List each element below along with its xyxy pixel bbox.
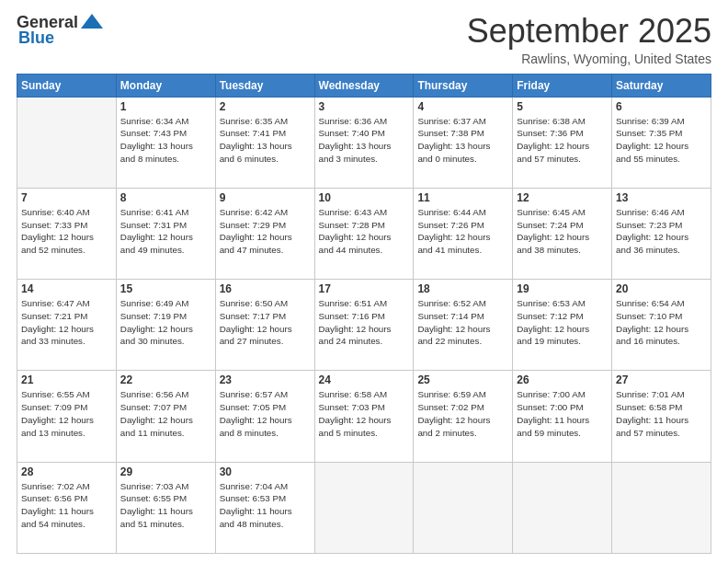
week-row-1: 1Sunrise: 6:34 AMSunset: 7:43 PMDaylight… <box>17 97 711 188</box>
calendar-cell: 20Sunrise: 6:54 AMSunset: 7:10 PMDayligh… <box>612 280 711 371</box>
calendar-cell: 4Sunrise: 6:37 AMSunset: 7:38 PMDaylight… <box>414 97 513 188</box>
calendar-cell: 24Sunrise: 6:58 AMSunset: 7:03 PMDayligh… <box>314 371 414 462</box>
day-number: 26 <box>517 373 608 386</box>
day-info: Sunrise: 6:39 AMSunset: 7:35 PMDaylight:… <box>616 115 707 166</box>
title-block: September 2025 Rawlins, Wyoming, United … <box>467 13 711 66</box>
day-number: 18 <box>417 282 508 295</box>
day-number: 9 <box>220 191 311 204</box>
calendar-cell: 7Sunrise: 6:40 AMSunset: 7:33 PMDaylight… <box>17 188 117 279</box>
day-number: 10 <box>319 191 410 204</box>
day-info: Sunrise: 6:58 AMSunset: 7:03 PMDaylight:… <box>319 388 410 439</box>
day-info: Sunrise: 6:49 AMSunset: 7:19 PMDaylight:… <box>120 297 211 348</box>
calendar-cell <box>17 97 117 188</box>
day-info: Sunrise: 6:47 AMSunset: 7:21 PMDaylight:… <box>21 297 112 348</box>
week-row-5: 28Sunrise: 7:02 AMSunset: 6:56 PMDayligh… <box>17 462 711 553</box>
day-number: 15 <box>120 282 211 295</box>
weekday-header-wednesday: Wednesday <box>314 74 414 97</box>
day-info: Sunrise: 7:04 AMSunset: 6:53 PMDaylight:… <box>220 480 311 531</box>
calendar-cell <box>314 462 414 553</box>
calendar-table: SundayMondayTuesdayWednesdayThursdayFrid… <box>17 74 711 554</box>
day-number: 23 <box>220 373 311 386</box>
calendar-cell: 13Sunrise: 6:46 AMSunset: 7:23 PMDayligh… <box>612 188 711 279</box>
day-info: Sunrise: 6:52 AMSunset: 7:14 PMDaylight:… <box>417 297 508 348</box>
day-info: Sunrise: 6:57 AMSunset: 7:05 PMDaylight:… <box>220 388 311 439</box>
day-info: Sunrise: 7:01 AMSunset: 6:58 PMDaylight:… <box>616 388 707 439</box>
day-number: 22 <box>120 373 211 386</box>
month-title: September 2025 <box>467 13 711 50</box>
calendar-cell: 2Sunrise: 6:35 AMSunset: 7:41 PMDaylight… <box>215 97 314 188</box>
day-number: 25 <box>417 373 508 386</box>
day-info: Sunrise: 6:40 AMSunset: 7:33 PMDaylight:… <box>21 206 112 257</box>
day-number: 11 <box>417 191 508 204</box>
svg-marker-0 <box>81 14 103 29</box>
day-info: Sunrise: 7:03 AMSunset: 6:55 PMDaylight:… <box>120 480 211 531</box>
calendar-cell: 27Sunrise: 7:01 AMSunset: 6:58 PMDayligh… <box>612 371 711 462</box>
day-number: 16 <box>220 282 311 295</box>
calendar-cell: 12Sunrise: 6:45 AMSunset: 7:24 PMDayligh… <box>513 188 612 279</box>
calendar-cell: 19Sunrise: 6:53 AMSunset: 7:12 PMDayligh… <box>513 280 612 371</box>
day-number: 2 <box>220 100 311 113</box>
day-number: 20 <box>616 282 707 295</box>
day-number: 21 <box>21 373 112 386</box>
day-number: 13 <box>616 191 707 204</box>
day-info: Sunrise: 6:56 AMSunset: 7:07 PMDaylight:… <box>120 388 211 439</box>
logo-blue: Blue <box>17 29 54 48</box>
day-info: Sunrise: 6:42 AMSunset: 7:29 PMDaylight:… <box>220 206 311 257</box>
calendar-cell: 25Sunrise: 6:59 AMSunset: 7:02 PMDayligh… <box>414 371 513 462</box>
day-number: 3 <box>319 100 410 113</box>
weekday-header-thursday: Thursday <box>414 74 513 97</box>
weekday-header-sunday: Sunday <box>17 74 117 97</box>
page: General Blue September 2025 Rawlins, Wyo… <box>0 0 728 563</box>
weekday-header-row: SundayMondayTuesdayWednesdayThursdayFrid… <box>17 74 711 97</box>
calendar-cell: 15Sunrise: 6:49 AMSunset: 7:19 PMDayligh… <box>116 280 215 371</box>
calendar-cell: 18Sunrise: 6:52 AMSunset: 7:14 PMDayligh… <box>414 280 513 371</box>
weekday-header-friday: Friday <box>513 74 612 97</box>
calendar-cell: 5Sunrise: 6:38 AMSunset: 7:36 PMDaylight… <box>513 97 612 188</box>
calendar-cell: 10Sunrise: 6:43 AMSunset: 7:28 PMDayligh… <box>314 188 414 279</box>
calendar-cell <box>513 462 612 553</box>
logo-icon <box>81 14 103 29</box>
calendar-cell: 3Sunrise: 6:36 AMSunset: 7:40 PMDaylight… <box>314 97 414 188</box>
day-info: Sunrise: 6:41 AMSunset: 7:31 PMDaylight:… <box>120 206 211 257</box>
weekday-header-monday: Monday <box>116 74 215 97</box>
day-info: Sunrise: 6:34 AMSunset: 7:43 PMDaylight:… <box>120 115 211 166</box>
day-info: Sunrise: 6:37 AMSunset: 7:38 PMDaylight:… <box>417 115 508 166</box>
calendar-cell <box>612 462 711 553</box>
calendar-cell: 30Sunrise: 7:04 AMSunset: 6:53 PMDayligh… <box>215 462 314 553</box>
calendar-cell: 1Sunrise: 6:34 AMSunset: 7:43 PMDaylight… <box>116 97 215 188</box>
day-number: 19 <box>517 282 608 295</box>
day-info: Sunrise: 6:35 AMSunset: 7:41 PMDaylight:… <box>220 115 311 166</box>
calendar-cell: 16Sunrise: 6:50 AMSunset: 7:17 PMDayligh… <box>215 280 314 371</box>
day-number: 24 <box>319 373 410 386</box>
day-info: Sunrise: 6:53 AMSunset: 7:12 PMDaylight:… <box>517 297 608 348</box>
day-info: Sunrise: 6:54 AMSunset: 7:10 PMDaylight:… <box>616 297 707 348</box>
calendar-cell: 29Sunrise: 7:03 AMSunset: 6:55 PMDayligh… <box>116 462 215 553</box>
day-info: Sunrise: 6:38 AMSunset: 7:36 PMDaylight:… <box>517 115 608 166</box>
calendar-cell: 8Sunrise: 6:41 AMSunset: 7:31 PMDaylight… <box>116 188 215 279</box>
day-info: Sunrise: 7:00 AMSunset: 7:00 PMDaylight:… <box>517 388 608 439</box>
header: General Blue September 2025 Rawlins, Wyo… <box>17 13 711 66</box>
day-number: 8 <box>120 191 211 204</box>
weekday-header-tuesday: Tuesday <box>215 74 314 97</box>
day-number: 12 <box>517 191 608 204</box>
day-number: 6 <box>616 100 707 113</box>
day-info: Sunrise: 6:43 AMSunset: 7:28 PMDaylight:… <box>319 206 410 257</box>
day-info: Sunrise: 7:02 AMSunset: 6:56 PMDaylight:… <box>21 480 112 531</box>
calendar-cell: 22Sunrise: 6:56 AMSunset: 7:07 PMDayligh… <box>116 371 215 462</box>
day-number: 4 <box>417 100 508 113</box>
day-info: Sunrise: 6:50 AMSunset: 7:17 PMDaylight:… <box>220 297 311 348</box>
day-info: Sunrise: 6:59 AMSunset: 7:02 PMDaylight:… <box>417 388 508 439</box>
day-info: Sunrise: 6:44 AMSunset: 7:26 PMDaylight:… <box>417 206 508 257</box>
day-number: 17 <box>319 282 410 295</box>
day-number: 28 <box>21 465 112 478</box>
calendar-cell: 11Sunrise: 6:44 AMSunset: 7:26 PMDayligh… <box>414 188 513 279</box>
day-info: Sunrise: 6:46 AMSunset: 7:23 PMDaylight:… <box>616 206 707 257</box>
calendar-cell: 26Sunrise: 7:00 AMSunset: 7:00 PMDayligh… <box>513 371 612 462</box>
day-info: Sunrise: 6:51 AMSunset: 7:16 PMDaylight:… <box>319 297 410 348</box>
day-number: 27 <box>616 373 707 386</box>
calendar-cell: 6Sunrise: 6:39 AMSunset: 7:35 PMDaylight… <box>612 97 711 188</box>
week-row-4: 21Sunrise: 6:55 AMSunset: 7:09 PMDayligh… <box>17 371 711 462</box>
day-info: Sunrise: 6:36 AMSunset: 7:40 PMDaylight:… <box>319 115 410 166</box>
week-row-2: 7Sunrise: 6:40 AMSunset: 7:33 PMDaylight… <box>17 188 711 279</box>
calendar-cell: 21Sunrise: 6:55 AMSunset: 7:09 PMDayligh… <box>17 371 117 462</box>
